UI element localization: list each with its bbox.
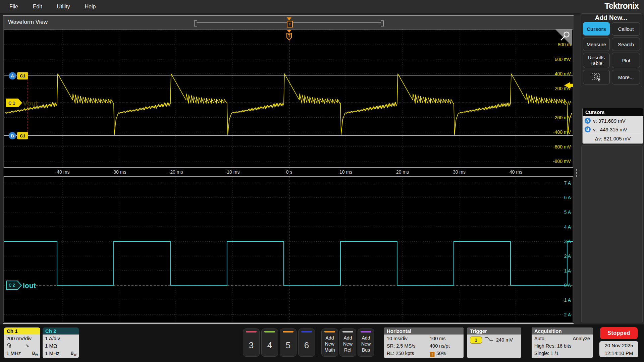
channel-color-stripe [264, 331, 275, 333]
panel-divider[interactable] [574, 15, 580, 324]
ch2-axis-label: -2 A [562, 312, 571, 317]
waveform-display[interactable]: 800 m600 mV400 mV200 mV0 V-200 mV-400 mV… [3, 29, 574, 323]
channel-1-badge[interactable]: Ch 1 200 mV/div ∿ 1 MHz BW [4, 327, 40, 358]
ch2-trace[interactable] [4, 241, 573, 285]
channel-2-impedance: 1 MΩ [45, 342, 76, 350]
acquisition-row: High Res: 16 bits [534, 342, 590, 350]
magnifier-handle-icon [561, 37, 565, 40]
zoom-select-icon[interactable] [583, 70, 610, 84]
channel-color-stripe [246, 331, 257, 333]
acquisition-cell: High Res: 16 bits [534, 342, 577, 350]
cursors-results-panel[interactable]: Cursors Av: 371.689 mVBv: -449.315 mV Δv… [582, 108, 643, 144]
ch1-trace[interactable] [5, 74, 572, 135]
add-new-label: AddNewMath [322, 335, 338, 353]
run-stop-status-button[interactable]: Stopped [600, 327, 638, 339]
cursor-source-label: C1 [20, 133, 25, 138]
trigger-level: 240 mV [496, 336, 513, 344]
add-new-bus-button[interactable]: AddNewBus [358, 328, 374, 357]
add-new-search-button[interactable]: Search [612, 38, 640, 51]
cursor-id-badge: B [585, 126, 591, 132]
add-new-measure-button[interactable]: Measure [583, 38, 610, 51]
trigger-position-pointer-icon[interactable] [287, 17, 291, 20]
waveform-view-title: Waveform View [8, 19, 48, 25]
horizontal-position-bracket-left [194, 20, 197, 26]
add-new-cursors-button[interactable]: Cursors [583, 22, 610, 36]
time-axis-label: 30 ms [453, 169, 466, 175]
add-new-color-stripe [361, 331, 371, 333]
horizontal-panel[interactable]: Horizontal 10 ms/div100 msSR: 2.5 MS/s40… [384, 327, 464, 358]
add-new-plot-button[interactable]: Plot [612, 53, 640, 68]
horizontal-row: 10 ms/div100 ms [387, 335, 461, 342]
lower-plot-border [4, 177, 573, 322]
add-new-ref-button[interactable]: AddNewRef [339, 328, 356, 357]
cursor-readout-row: Bv: -449.315 mV [583, 125, 643, 134]
trigger-marker-letter: T [288, 34, 290, 38]
trigger-panel[interactable]: Trigger 1 240 mV [467, 327, 521, 358]
tektronix-logo: Tektronix [604, 1, 639, 11]
trigger-marker-arrow-icon[interactable] [287, 30, 291, 33]
time-text: 12:14:10 PM [599, 349, 638, 357]
ch2-axis-label: 2 A [564, 253, 571, 259]
menu-item-file[interactable]: File [9, 4, 18, 10]
channel-color-stripe [283, 331, 293, 333]
add-new-more--button[interactable]: More... [612, 70, 640, 84]
results-area [581, 145, 643, 322]
datetime-badge[interactable]: 20 Nov 2025 12:14:10 PM [599, 341, 638, 357]
add-new-results-table-button[interactable]: Results Table [583, 53, 610, 68]
channel-2-scale: 1 A/div [45, 335, 76, 342]
ch2-axis-label: 7 A [564, 180, 571, 186]
divider-handle-icon[interactable] [576, 169, 577, 171]
cursors-panel-title: Cursors [583, 108, 643, 116]
ch2-axis-label: 5 A [564, 209, 571, 215]
channel-3-button[interactable]: 3 [243, 328, 260, 357]
channel-5-button[interactable]: 5 [280, 328, 297, 357]
channel-2-badge[interactable]: Ch 2 1 A/div 1 MΩ 1 MHz BW [43, 327, 79, 358]
menu-items: FileEditUtilityHelp [9, 0, 96, 13]
add-new-math-button[interactable]: AddNewMath [321, 328, 338, 357]
menu-item-help[interactable]: Help [85, 4, 96, 10]
separator [318, 330, 318, 355]
menu-item-edit[interactable]: Edit [33, 4, 42, 10]
menu-item-utility[interactable]: Utility [57, 4, 70, 10]
channel-1-bandwidth: 1 MHz [6, 350, 21, 356]
horizontal-row: RL: 250 kptsT50% [387, 350, 461, 357]
probe-icon [6, 342, 12, 350]
horizontal-title: Horizontal [384, 327, 464, 335]
add-new-color-stripe [324, 331, 335, 333]
time-axis-label: -20 ms [169, 169, 183, 175]
channel-4-button[interactable]: 4 [261, 328, 278, 357]
acquisition-cell: Auto, [534, 335, 573, 342]
channel-color-stripe [301, 331, 312, 333]
acquisition-panel[interactable]: Acquisition Auto,AnalyzeHigh Res: 16 bit… [532, 327, 593, 358]
cursors-delta-readout: Δv: 821.005 mV [583, 134, 643, 143]
channel-2-bandwidth: 1 MHz [45, 350, 59, 356]
horizontal-position-bracket-right [381, 20, 384, 26]
channel-6-button[interactable]: 6 [298, 328, 315, 357]
divider-handle-icon[interactable] [576, 175, 577, 177]
cursor-value: v: -449.315 mV [593, 127, 627, 132]
add-new-label: AddNewBus [358, 335, 374, 353]
horizontal-cell: SR: 2.5 MS/s [387, 342, 430, 350]
coupling-sine-icon: ∿ [25, 342, 30, 350]
time-axis-label: -40 ms [55, 169, 70, 175]
separator [241, 330, 241, 355]
falling-edge-icon [485, 336, 493, 344]
cursor-readout-row: Av: 371.689 mV [583, 116, 643, 125]
cursors-rows: Av: 371.689 mVBv: -449.315 mV [583, 116, 643, 134]
ch1-axis-label: -600 mV [553, 144, 571, 149]
ch1-axis-label: 0 V [564, 100, 571, 106]
time-axis-label: -30 ms [112, 169, 126, 175]
trigger-position-mini-marker[interactable]: T [287, 21, 293, 27]
ch2-axis-label: -1 A [562, 297, 571, 303]
divider-handle-icon[interactable] [576, 172, 577, 174]
ch1-axis-label: -800 mV [553, 159, 571, 164]
ch1-axis-label: 400 mV [555, 71, 571, 76]
add-new-color-stripe [342, 331, 353, 333]
channel-1-title: Ch 1 [4, 327, 40, 335]
add-new-callout-button[interactable]: Callout [612, 22, 640, 36]
ch1-axis-label: -400 mV [553, 129, 571, 135]
acquisition-title: Acquisition [532, 327, 593, 335]
menu-bar: FileEditUtilityHelp Tektronix [0, 0, 644, 14]
zoom-select-icon [591, 73, 601, 81]
ch2-axis-label: 4 A [564, 224, 571, 230]
